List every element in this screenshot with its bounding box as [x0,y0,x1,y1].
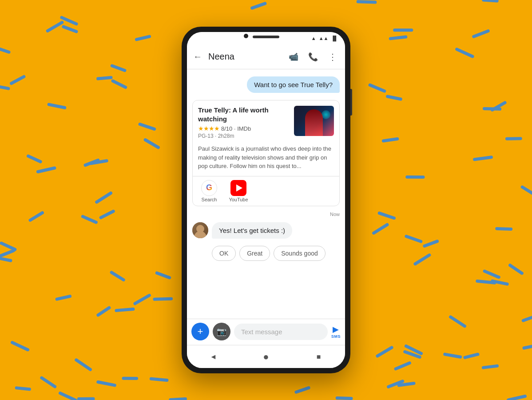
chat-header: ← Neena 📹 📞 ⋮ [187,44,345,69]
rating-stars: ★★★★ [198,125,219,132]
camera-button[interactable]: 📷 [213,323,230,340]
movie-title: True Telly: A life worth watching [198,106,289,123]
send-button[interactable]: ▶ SMS [331,324,341,339]
recents-nav-icon: ■ [317,353,321,361]
youtube-action-button[interactable]: YouTube [227,180,250,202]
youtube-action-label: YouTube [229,197,248,202]
youtube-icon [230,180,246,196]
smart-reply-ok[interactable]: OK [212,246,236,261]
phone-screen: ▲ ▲▲ ▐▌ ← Neena 📹 📞 ⋮ [187,32,345,368]
back-arrow-icon: ← [193,52,202,62]
contact-name: Neena [206,52,285,62]
movie-actions: G Search YouTube [193,176,339,206]
home-nav-button[interactable]: ● [258,349,274,365]
smart-replies-container: OK Great Sounds good [192,244,340,263]
movie-description: Paul Sizawick is a journalist who dives … [193,144,339,176]
more-vert-icon: ⋮ [328,52,337,62]
received-message-row: Yes! Let's get tickets :) [192,222,340,239]
message-timestamp: Now [330,212,340,217]
wifi-icon: ▲ [311,36,316,41]
signal-icon: ▲▲ [319,36,329,41]
sent-message-text: Want to go see True Telly? [254,81,333,88]
status-bar: ▲ ▲▲ ▐▌ [187,32,345,44]
back-nav-icon: ◄ [210,353,217,361]
youtube-play-icon [236,184,242,192]
camera-icon: 📷 [217,327,226,336]
avatar [192,222,208,238]
received-message-text: Yes! Let's get tickets :) [219,227,285,234]
phone-side-button [350,89,352,116]
messages-area: Want to go see True Telly? True Telly: A… [187,69,345,319]
google-search-icon: G [201,180,217,196]
send-label: SMS [331,334,341,339]
plus-icon: + [198,326,203,337]
sent-message-bubble: Want to go see True Telly? [247,76,340,93]
avatar-image [192,222,208,238]
movie-rating: ★★★★ 8/10 · IMDb [198,125,289,132]
more-options-button[interactable]: ⋮ [324,48,341,66]
back-nav-button[interactable]: ◄ [205,349,221,365]
phone-icon: 📞 [308,52,318,62]
header-actions: 📹 📞 ⋮ [285,48,341,66]
add-button[interactable]: + [191,323,209,340]
back-button[interactable]: ← [189,48,206,66]
battery-icon: ▐▌ [331,36,338,41]
voice-call-button[interactable]: 📞 [304,48,322,66]
movie-card-top: True Telly: A life worth watching ★★★★ 8… [193,100,339,144]
phone-device: ▲ ▲▲ ▐▌ ← Neena 📹 📞 ⋮ [182,27,350,373]
text-input-wrapper[interactable]: Text message [234,324,328,340]
home-nav-icon: ● [263,351,269,363]
movie-thumbnail [294,106,334,136]
movie-info: True Telly: A life worth watching ★★★★ 8… [198,106,289,139]
video-camera-icon: 📹 [289,52,298,62]
search-action-label: Search [202,197,217,202]
recents-nav-button[interactable]: ■ [311,349,327,365]
nav-bar: ◄ ● ■ [187,345,345,368]
video-call-button[interactable]: 📹 [285,48,302,66]
phone-camera [244,34,248,38]
received-message-bubble: Yes! Let's get tickets :) [212,222,292,239]
rating-score: 8/10 · IMDb [221,125,251,132]
movie-card[interactable]: True Telly: A life worth watching ★★★★ 8… [192,100,340,206]
text-input-placeholder: Text message [241,328,282,336]
search-action-button[interactable]: G Search [198,180,220,202]
send-arrow-icon: ▶ [333,324,339,334]
input-area: + 📷 Text message ▶ SMS [187,319,345,345]
smart-reply-sounds-good[interactable]: Sounds good [274,246,326,261]
movie-meta: PG-13 · 2h28m [198,133,289,139]
phone-speaker [253,36,279,38]
smart-reply-great[interactable]: Great [239,246,270,261]
